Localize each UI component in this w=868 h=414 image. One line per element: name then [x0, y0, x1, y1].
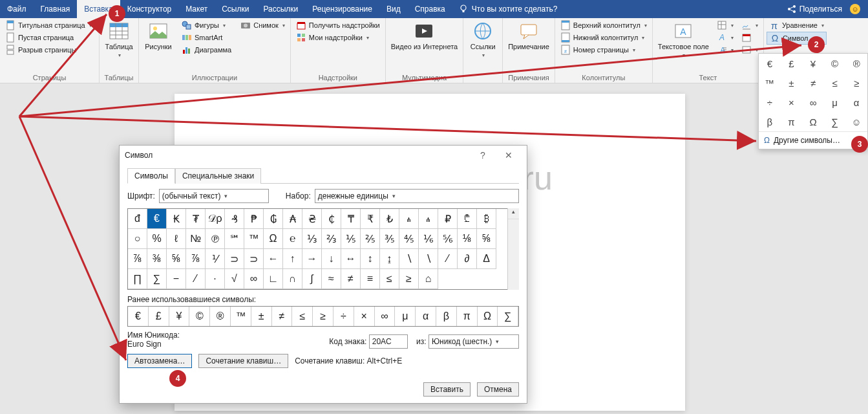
- char-cell[interactable]: ⅖: [360, 228, 380, 249]
- char-cell[interactable]: №: [185, 228, 206, 249]
- char-cell[interactable]: ₽: [438, 208, 458, 229]
- symbol-cell[interactable]: β: [759, 112, 781, 131]
- my-addins-button[interactable]: Мои надстройки▾: [293, 32, 383, 43]
- recent-cell[interactable]: ∑: [498, 307, 518, 326]
- recent-cell[interactable]: €: [128, 307, 149, 326]
- equation-button[interactable]: πУравнение▾: [767, 19, 827, 31]
- symbol-cell[interactable]: π: [781, 112, 803, 131]
- char-grid[interactable]: đ€₭₮𝒟ρ₰₱₲₳₴₵₸₹₺₼₼₽₾₿○%ℓ№℗℠™Ω℮⅓⅔⅕⅖⅗⅘⅙⅚⅛⅝⅞…: [127, 208, 519, 290]
- object-button[interactable]: ▾: [739, 44, 761, 56]
- insert-button[interactable]: Вставить: [423, 382, 471, 397]
- symbol-cell[interactable]: ±: [781, 73, 803, 93]
- char-cell[interactable]: ∂: [457, 248, 477, 269]
- links-button[interactable]: Ссылки▾: [466, 19, 500, 60]
- tab-references[interactable]: Ссылки: [215, 0, 256, 18]
- char-cell[interactable]: ⅝: [476, 228, 496, 249]
- blank-page-button[interactable]: Пустая страница: [3, 32, 94, 43]
- char-cell[interactable]: ⅗: [379, 228, 399, 249]
- char-cell[interactable]: ⅘: [399, 228, 419, 249]
- quickparts-button[interactable]: ▾: [714, 19, 736, 31]
- char-cell[interactable]: ∖: [418, 248, 438, 269]
- char-cell[interactable]: ₱: [244, 208, 264, 229]
- char-cell[interactable]: ∕: [438, 248, 458, 269]
- char-cell[interactable]: ≥: [399, 268, 419, 289]
- symbol-cell[interactable]: ∑: [824, 112, 846, 131]
- char-cell[interactable]: ⅞: [127, 248, 147, 269]
- char-cell[interactable]: ₹: [360, 208, 380, 229]
- get-addins-button[interactable]: Получить надстройки: [293, 19, 383, 31]
- char-cell[interactable]: ○: [127, 228, 147, 249]
- char-cell[interactable]: Ω: [263, 228, 283, 249]
- symbol-cell[interactable]: α: [845, 93, 867, 112]
- char-cell[interactable]: ∞: [244, 268, 264, 289]
- smartart-button[interactable]: SmartArt: [179, 32, 234, 43]
- symbol-cell[interactable]: ¥: [802, 54, 824, 73]
- char-cell[interactable]: ⅟: [205, 248, 225, 269]
- char-cell[interactable]: ↔: [341, 248, 361, 269]
- screenshot-button[interactable]: Снимок▾: [238, 19, 288, 31]
- dialog-tab-special[interactable]: Специальные знаки: [175, 168, 261, 184]
- char-cell[interactable]: ≡: [360, 268, 380, 289]
- recent-cell[interactable]: π: [457, 307, 478, 326]
- char-cell[interactable]: ₰: [224, 208, 244, 229]
- char-cell[interactable]: 𝒟ρ: [205, 208, 225, 229]
- grid-scrollbar[interactable]: ▴: [507, 208, 519, 290]
- tab-view[interactable]: Вид: [379, 0, 408, 18]
- char-cell[interactable]: √: [224, 268, 244, 289]
- symbol-cell[interactable]: ©: [824, 54, 846, 73]
- char-cell[interactable]: ∑: [147, 268, 167, 289]
- char-cell[interactable]: Δ: [476, 248, 496, 269]
- recent-cell[interactable]: ≥: [313, 307, 333, 326]
- char-cell[interactable]: ⊃: [244, 248, 264, 269]
- char-cell[interactable]: ∖: [399, 248, 419, 269]
- char-cell[interactable]: ₮: [185, 208, 206, 229]
- smile-icon[interactable]: ☺: [850, 4, 860, 14]
- char-cell[interactable]: ₼: [399, 208, 419, 229]
- char-cell[interactable]: ≤: [379, 268, 399, 289]
- online-video-button[interactable]: Видео из Интернета: [388, 19, 460, 52]
- page-number-button[interactable]: #Номер страницы▾: [558, 44, 650, 56]
- page-break-button[interactable]: Разрыв страницы: [3, 44, 94, 56]
- tab-mailings[interactable]: Рассылки: [256, 0, 305, 18]
- comment-button[interactable]: Примечание: [505, 19, 552, 52]
- char-cell[interactable]: ·: [205, 268, 225, 289]
- symbol-cell[interactable]: ≠: [802, 73, 824, 93]
- char-cell[interactable]: ℗: [205, 228, 225, 249]
- char-cell[interactable]: ₸: [341, 208, 361, 229]
- symbol-cell[interactable]: ☺: [845, 112, 867, 131]
- autocorrect-button[interactable]: Автозамена…: [127, 354, 192, 368]
- recent-cell[interactable]: ×: [354, 307, 375, 326]
- recent-cell[interactable]: ¥: [169, 307, 190, 326]
- char-cell[interactable]: ⊃: [224, 248, 244, 269]
- chart-button[interactable]: Диаграмма: [179, 44, 234, 56]
- recent-cell[interactable]: ∞: [375, 307, 396, 326]
- subset-select[interactable]: денежные единицы▾: [315, 189, 519, 203]
- footer-button[interactable]: Нижний колонтитул▾: [558, 32, 650, 43]
- recent-symbols[interactable]: €£¥©®™±≠≤≥÷×∞μαβπΩ∑: [127, 306, 519, 327]
- symbol-cell[interactable]: ×: [781, 93, 803, 112]
- from-select[interactable]: Юникод (шестн.)▾: [429, 334, 519, 349]
- shapes-button[interactable]: Фигуры▾: [179, 19, 234, 31]
- shortcut-button[interactable]: Сочетание клавиш…: [198, 354, 288, 368]
- char-cell[interactable]: €: [147, 208, 167, 229]
- symbol-cell[interactable]: ®: [845, 54, 867, 73]
- symbol-cell[interactable]: Ω: [802, 112, 824, 131]
- cancel-button[interactable]: Отмена: [477, 382, 519, 397]
- symbol-cell[interactable]: μ: [824, 93, 846, 112]
- char-cell[interactable]: đ: [127, 208, 147, 229]
- char-cell[interactable]: ∕: [185, 268, 206, 289]
- char-cell[interactable]: ₿: [476, 208, 496, 229]
- recent-cell[interactable]: ÷: [333, 307, 354, 326]
- dialog-help-button[interactable]: ?: [470, 150, 496, 160]
- recent-cell[interactable]: £: [149, 307, 169, 326]
- char-cell[interactable]: ₲: [263, 208, 283, 229]
- pictures-button[interactable]: Рисунки: [142, 19, 175, 52]
- header-button[interactable]: Верхний колонтитул▾: [558, 19, 650, 31]
- font-select[interactable]: (обычный текст)▾: [159, 189, 269, 203]
- tell-me[interactable]: Что вы хотите сделать?: [459, 0, 558, 18]
- symbol-cell[interactable]: £: [781, 54, 803, 73]
- char-cell[interactable]: ≠: [341, 268, 361, 289]
- dialog-tab-symbols[interactable]: Символы: [127, 168, 175, 184]
- sigline-button[interactable]: ▾: [739, 19, 761, 31]
- cover-page-button[interactable]: Титульная страница▾: [3, 19, 94, 31]
